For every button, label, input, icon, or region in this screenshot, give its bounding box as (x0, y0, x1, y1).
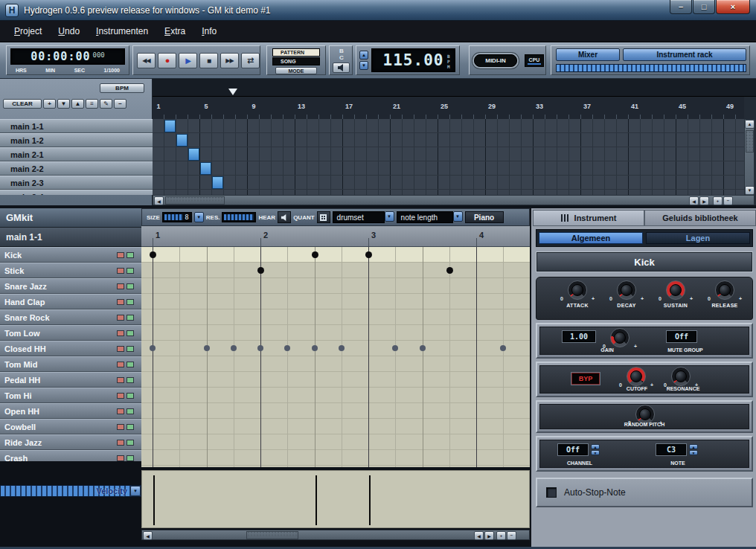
mute-led[interactable] (117, 440, 124, 446)
mute-led[interactable] (117, 283, 124, 289)
pattern-grid-row[interactable] (141, 356, 530, 372)
song-grid-row[interactable] (153, 119, 744, 133)
metronome-button[interactable] (333, 62, 350, 73)
size-display[interactable]: 8 (162, 212, 192, 222)
instrument-row[interactable]: Closed HH (0, 341, 141, 356)
scroll-down-button[interactable]: ▼ (745, 186, 755, 195)
channel-display[interactable]: Off (558, 444, 588, 455)
solo-led[interactable] (126, 299, 134, 305)
mute-led[interactable] (117, 346, 124, 352)
dropdown-arrow-button[interactable]: ▼ (385, 211, 394, 222)
cutoff-knob[interactable] (627, 367, 646, 386)
song-pattern-cell[interactable] (212, 176, 223, 189)
subtab-layers[interactable]: Lagen (646, 232, 750, 244)
transport-rewind-button[interactable]: ◀◀ (137, 53, 156, 68)
song-pattern-row[interactable]: main 2-3 (0, 176, 153, 190)
pattern-grid-row[interactable] (141, 434, 530, 450)
note-dot[interactable] (446, 267, 453, 274)
transport-stop-button[interactable]: ■ (199, 53, 218, 68)
scroll-right-button[interactable]: ▶ (699, 196, 709, 205)
song-sequence-grid[interactable] (153, 119, 744, 195)
transport-record-button[interactable]: ● (158, 53, 176, 68)
solo-led[interactable] (126, 362, 134, 367)
sustain-knob[interactable] (666, 280, 685, 300)
song-pattern-row[interactable]: main 1-2 (0, 133, 153, 147)
scroll-left-button[interactable]: ◀ (154, 196, 164, 205)
velocity-bar[interactable] (153, 475, 155, 525)
song-grid-row[interactable] (153, 133, 744, 147)
song-pattern-cell[interactable] (176, 134, 188, 147)
menu-project[interactable]: Project (6, 21, 50, 42)
bpm-down-button[interactable]: ▼ (359, 61, 368, 70)
solo-led[interactable] (126, 283, 134, 289)
song-timeline-ruler[interactable]: 15913172125293337414549 (153, 97, 744, 119)
instrument-row[interactable]: Ride Jazz (0, 434, 141, 450)
pattern-mode-indicator[interactable]: PATTERN (272, 48, 320, 57)
solo-led[interactable] (126, 315, 134, 321)
song-tool-move-up-button[interactable]: ▲ (71, 99, 84, 109)
playhead-marker-icon[interactable] (228, 89, 237, 95)
instrument-row[interactable]: Open HH (0, 403, 141, 419)
solo-led[interactable] (126, 455, 134, 461)
pattern-grid-row[interactable] (141, 278, 530, 294)
pattern-grid-row[interactable] (141, 341, 530, 356)
instrument-rack-button[interactable]: Instrument rack (623, 48, 746, 61)
pattern-grid-row[interactable] (141, 372, 530, 388)
gain-value-display[interactable]: 1.00 (563, 331, 595, 342)
mute-led[interactable] (117, 455, 124, 461)
decay-knob[interactable] (617, 280, 636, 300)
property-dropdown-button[interactable]: ▼ (130, 486, 141, 496)
song-pattern-row[interactable]: main 2-1 (0, 147, 153, 161)
solo-led[interactable] (126, 346, 134, 352)
attack-knob[interactable] (568, 280, 587, 300)
zoom-out-button[interactable]: − (723, 196, 733, 205)
solo-led[interactable] (126, 377, 134, 383)
note-dot[interactable] (312, 345, 318, 351)
song-tool-move-down-button[interactable]: ▼ (57, 99, 70, 109)
mute-led[interactable] (117, 252, 124, 258)
solo-led[interactable] (126, 330, 134, 336)
solo-led[interactable] (126, 424, 134, 430)
close-button[interactable]: × (716, 0, 750, 14)
note-dot[interactable] (420, 345, 426, 351)
tab-instrument[interactable]: Instrument (533, 210, 644, 226)
zoom-out-button[interactable]: − (507, 531, 516, 540)
release-knob[interactable] (715, 280, 734, 300)
mute-led[interactable] (117, 424, 124, 430)
song-mode-indicator[interactable]: SONG (272, 57, 320, 65)
zoom-in-button[interactable]: + (713, 196, 723, 205)
clear-sequence-button[interactable]: CLEAR (3, 99, 42, 109)
note-display[interactable]: C3 (656, 444, 686, 455)
scroll-left-button[interactable]: ◀ (143, 531, 153, 540)
channel-down-button[interactable]: ▼ (591, 450, 600, 455)
scroll-right-button[interactable]: ▶ (484, 531, 494, 540)
instrument-row[interactable]: Hand Clap (0, 294, 141, 309)
resonance-knob[interactable] (671, 367, 691, 386)
pattern-grid-row[interactable] (141, 419, 530, 434)
piano-view-button[interactable]: Piano (465, 211, 504, 223)
velocity-bar[interactable] (315, 475, 317, 525)
instrument-row[interactable]: Snare Jazz (0, 278, 141, 294)
bpm-up-button[interactable]: ▲ (359, 51, 368, 60)
song-grid-row[interactable] (153, 176, 744, 190)
mute-led[interactable] (117, 377, 124, 383)
velocity-lane[interactable] (141, 470, 530, 528)
size-dropdown-button[interactable]: ▼ (194, 212, 204, 222)
pattern-grid-row[interactable] (141, 388, 530, 403)
quantize-button[interactable] (317, 211, 330, 223)
song-grid-row[interactable] (153, 161, 744, 176)
mute-led[interactable] (117, 408, 124, 414)
note-dot[interactable] (204, 345, 210, 351)
timeline-tag-strip[interactable] (153, 79, 756, 97)
resolution-display[interactable] (222, 212, 256, 222)
scroll-up-button[interactable]: ▲ (745, 120, 755, 129)
note-dot[interactable] (150, 345, 156, 351)
pattern-grid-row[interactable] (141, 294, 530, 309)
pattern-grid-row[interactable] (141, 309, 530, 325)
instrument-row[interactable]: Snare Rock (0, 309, 141, 325)
song-grid-row[interactable] (153, 190, 744, 195)
channel-up-button[interactable]: ▲ (591, 444, 600, 449)
scroll-left-button[interactable]: ◀ (474, 531, 484, 540)
mixer-button[interactable]: Mixer (556, 48, 620, 61)
filter-bypass-button[interactable]: BYP (571, 373, 600, 385)
